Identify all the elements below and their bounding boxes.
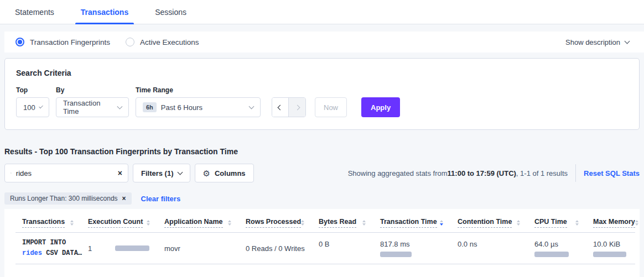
cell-bytes-read: 0 B [312, 233, 373, 264]
column-header-cpu-time[interactable]: CPU Time [528, 212, 586, 233]
sql-activity-tabbar: Statements Transactions Sessions [0, 0, 644, 24]
column-header-execution-count[interactable]: Execution Count [81, 212, 158, 233]
view-radio-group: Transaction Fingerprints Active Executio… [15, 38, 199, 46]
chevron-down-icon [39, 104, 43, 109]
chevron-left-icon [278, 104, 283, 110]
search-criteria-card: Search Criteria Top 100 By Transaction T… [4, 58, 640, 130]
max-memory-bar [593, 252, 626, 257]
cell-application-name: movr [158, 233, 239, 264]
radio-label: Transaction Fingerprints [30, 38, 110, 46]
columns-button[interactable]: ⚙ Columns [195, 164, 254, 182]
cell-rows-processed: 0 Reads / 0 Writes [239, 233, 312, 264]
active-filters-row: Runs Longer Than: 300 milliseconds × Cle… [4, 192, 640, 205]
remove-filter-icon[interactable]: × [122, 195, 126, 202]
sort-icon[interactable] [228, 220, 231, 226]
column-header-rows-processed[interactable]: Rows Processed [239, 212, 312, 233]
chevron-down-icon [117, 104, 123, 109]
column-header-bytes-read[interactable]: Bytes Read [312, 212, 373, 233]
cpu-time-value: 64.0 µs [534, 240, 586, 248]
apply-button[interactable]: Apply [361, 97, 400, 117]
radio-transaction-fingerprints[interactable]: Transaction Fingerprints [15, 38, 110, 46]
filter-chip: Runs Longer Than: 300 milliseconds × [4, 192, 132, 205]
rows-processed-value: 0 Reads / 0 Writes [246, 244, 305, 253]
sort-icon[interactable] [575, 220, 579, 226]
statement-line2: rides CSV DATA… [22, 248, 81, 259]
column-header-transactions[interactable]: Transactions [15, 212, 81, 233]
view-toggle-band: Transaction Fingerprints Active Executio… [4, 32, 644, 53]
gear-icon: ⚙ [203, 169, 210, 177]
filters-label: Filters (1) [141, 169, 174, 177]
radio-active-executions[interactable]: Active Executions [126, 38, 199, 46]
time-range-badge: 6h [143, 102, 157, 112]
statement-rest: CSV DATA… [42, 249, 82, 257]
time-range-label: Time Range [136, 86, 263, 94]
cell-execution-count: 1 [81, 233, 158, 264]
transaction-time-value: 817.8 ms [380, 240, 451, 248]
cpu-time-bar [534, 252, 569, 257]
time-window-nav [272, 97, 306, 117]
sort-icon[interactable] [635, 220, 638, 226]
results-table-panel: Transactions Execution Count Application… [4, 209, 640, 277]
chevron-down-icon [249, 104, 255, 109]
transaction-fingerprint-link[interactable]: rides [22, 249, 42, 257]
show-description-label: Show description [565, 38, 620, 46]
clear-filters-link[interactable]: Clear filters [141, 195, 181, 203]
transactions-table: Transactions Execution Count Application… [15, 212, 635, 264]
sort-icon-active-desc[interactable] [440, 220, 443, 226]
sort-icon[interactable] [362, 220, 366, 226]
search-criteria-row: Top 100 By Transaction Time Time Range 6… [16, 86, 628, 117]
tab-transactions[interactable]: Transactions [75, 0, 134, 24]
search-icon [11, 169, 12, 177]
by-label: By [56, 86, 129, 94]
time-range-select[interactable]: 6h Past 6 Hours [136, 97, 261, 117]
column-header-application-name[interactable]: Application Name [158, 212, 239, 233]
sort-icon[interactable] [517, 220, 520, 226]
column-header-contention-time[interactable]: Contention Time [451, 212, 528, 233]
radio-selected-icon [15, 38, 24, 46]
search-criteria-title: Search Criteria [16, 69, 628, 77]
by-select-value: Transaction Time [63, 99, 113, 116]
contention-time-value: 0.0 ns [458, 240, 477, 248]
results-heading: Results - Top 100 Transaction Fingerprin… [4, 147, 640, 156]
clear-search-icon[interactable]: × [118, 169, 122, 177]
by-select[interactable]: Transaction Time [56, 97, 129, 117]
filters-button[interactable]: Filters (1) [133, 164, 190, 182]
time-range-field: Time Range 6h Past 6 Hours [136, 86, 263, 117]
column-header-max-memory[interactable]: Max Memory [586, 212, 635, 233]
column-header-transaction-time[interactable]: Transaction Time [373, 212, 451, 233]
table-header-row: Transactions Execution Count Application… [15, 212, 635, 233]
cell-contention-time: 0.0 ns [451, 233, 528, 264]
vertical-divider [575, 164, 576, 182]
search-input[interactable] [16, 169, 113, 177]
time-range-value: Past 6 Hours [161, 103, 202, 112]
chevron-down-icon [625, 39, 630, 44]
cell-max-memory: 10.0 KiB [586, 233, 635, 264]
show-description-toggle[interactable]: Show description [565, 38, 629, 46]
sort-icon[interactable] [301, 220, 304, 226]
aggregated-stats-text: Showing aggregated stats from 11:00 to 1… [348, 169, 568, 177]
reset-sql-stats-link[interactable]: Reset SQL Stats [584, 169, 640, 177]
max-memory-value: 10.0 KiB [593, 240, 635, 248]
top-select[interactable]: 100 [16, 97, 49, 117]
statement-line1: IMPORT INTO [22, 238, 81, 248]
tab-statements[interactable]: Statements [9, 0, 60, 24]
now-button[interactable]: Now [315, 97, 347, 117]
cell-transaction-fingerprint[interactable]: IMPORT INTO rides CSV DATA… [15, 233, 81, 264]
previous-window-button[interactable] [272, 98, 289, 117]
execution-count-bar [115, 245, 149, 251]
radio-unselected-icon [126, 38, 134, 46]
table-row: IMPORT INTO rides CSV DATA… 1 movr 0 Rea… [15, 233, 635, 264]
top-select-value: 100 [23, 103, 35, 112]
application-name-value: movr [164, 244, 180, 253]
cell-cpu-time: 64.0 µs [528, 233, 586, 264]
tab-sessions[interactable]: Sessions [149, 0, 192, 24]
next-window-button[interactable] [289, 98, 305, 117]
transaction-time-bar [380, 252, 412, 257]
sort-icon[interactable] [70, 220, 74, 226]
radio-label: Active Executions [140, 38, 199, 46]
stats-time-range: 11:00 to 17:59 (UTC) [448, 169, 516, 177]
cell-transaction-time: 817.8 ms [373, 233, 451, 264]
filter-chip-label: Runs Longer Than: 300 milliseconds [10, 195, 118, 202]
stats-suffix: , 1-1 of 1 results [516, 169, 568, 177]
sort-icon[interactable] [147, 220, 150, 226]
